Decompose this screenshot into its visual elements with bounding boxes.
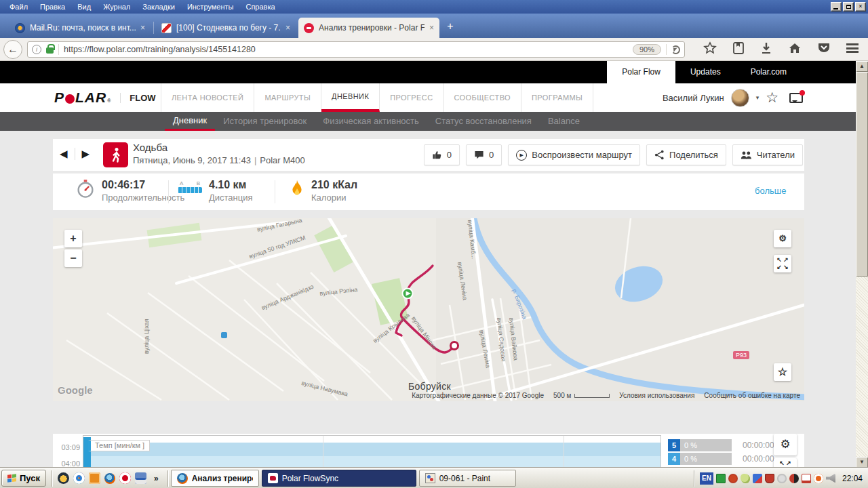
tray-antivirus-icon[interactable] bbox=[716, 474, 726, 483]
taskbar: Пуск » Анализ тренировки - ... Polar Flo… bbox=[0, 468, 868, 488]
nav-diary[interactable]: ДНЕВНИК bbox=[321, 83, 380, 112]
avatar[interactable] bbox=[731, 89, 749, 107]
map-settings-gear-icon[interactable]: ⚙ bbox=[774, 230, 791, 247]
tray-webcam-icon[interactable] bbox=[777, 474, 787, 483]
subnav-activity[interactable]: Физическая активность bbox=[315, 112, 427, 131]
opera-icon[interactable] bbox=[119, 472, 131, 484]
nav-programs[interactable]: ПРОГРАММЫ bbox=[521, 83, 593, 112]
close-tab-icon[interactable]: × bbox=[429, 23, 434, 33]
chevron-right-icon[interactable]: » bbox=[151, 474, 162, 483]
polarbar-polar-flow[interactable]: Polar Flow bbox=[607, 61, 675, 83]
map-zoom-out-icon[interactable]: − bbox=[64, 249, 82, 267]
tray-bug-icon[interactable] bbox=[728, 474, 738, 483]
comment-button[interactable]: 0 bbox=[466, 144, 502, 165]
menu-history[interactable]: Журнал bbox=[103, 3, 130, 11]
close-tab-icon[interactable]: × bbox=[285, 23, 290, 33]
nav-feed[interactable]: ЛЕНТА НОВОСТЕЙ bbox=[161, 83, 254, 112]
menu-view[interactable]: Вид bbox=[77, 3, 91, 11]
tray-volume-icon[interactable] bbox=[826, 474, 835, 483]
chevron-down-icon[interactable]: ▾ bbox=[756, 94, 760, 101]
scroll-up-icon[interactable]: ▲ bbox=[856, 61, 868, 72]
polarbar-updates[interactable]: Updates bbox=[675, 61, 736, 83]
divider bbox=[58, 44, 59, 55]
shield-icon[interactable] bbox=[89, 472, 100, 484]
subnav-recovery[interactable]: Статус восстановления bbox=[427, 112, 540, 131]
download-icon[interactable] bbox=[760, 41, 772, 55]
close-icon[interactable]: × bbox=[855, 2, 866, 12]
scrollbar[interactable]: ▲ ▼ bbox=[856, 61, 868, 468]
url-bar[interactable]: i https://flow.polar.com/training/analys… bbox=[27, 41, 685, 58]
pocket-icon[interactable] bbox=[817, 41, 831, 55]
language-indicator[interactable]: EN bbox=[700, 472, 713, 485]
save-icon[interactable] bbox=[135, 472, 146, 484]
map-favorite-star-icon[interactable]: ☆ bbox=[774, 363, 791, 381]
taskbar-button-firefox[interactable]: Анализ тренировки - ... bbox=[171, 470, 259, 487]
chart-plot-area[interactable]: Темп [мин/км ] bbox=[83, 435, 661, 468]
info-icon[interactable]: i bbox=[32, 45, 41, 54]
polarbar-polar-com[interactable]: Polar.com bbox=[736, 61, 802, 83]
minimize-icon[interactable] bbox=[831, 2, 842, 12]
url-text[interactable]: https://flow.polar.com/training/analysis… bbox=[64, 45, 628, 54]
chart-fullscreen-icon[interactable]: ↖↗↙↘ bbox=[774, 458, 797, 468]
tab-polar-active[interactable]: Анализ тренировки - Polar F... × bbox=[298, 18, 439, 38]
more-link[interactable]: больше bbox=[755, 186, 786, 196]
tray-leaf-icon[interactable] bbox=[741, 474, 750, 483]
replay-route-button[interactable]: ▶ Воспроизвести маршрут bbox=[508, 144, 640, 165]
new-tab-icon[interactable]: + bbox=[442, 20, 458, 33]
taskbar-button-paint[interactable]: 09-061 - Paint bbox=[419, 470, 516, 487]
tray-mail-icon[interactable] bbox=[802, 474, 811, 483]
chrome-icon[interactable] bbox=[73, 472, 85, 484]
nav-routes[interactable]: МАРШРУТЫ bbox=[254, 83, 321, 112]
menu-file[interactable]: Файл bbox=[9, 3, 28, 11]
map-zoom-in-icon[interactable]: + bbox=[64, 230, 82, 247]
tray-app-icon[interactable] bbox=[789, 474, 799, 483]
firefox-icon[interactable] bbox=[104, 473, 115, 484]
zoom-level-badge[interactable]: 90% bbox=[633, 44, 661, 55]
favorites-star-icon[interactable]: ☆ bbox=[766, 89, 778, 106]
start-button[interactable]: Пуск bbox=[1, 470, 46, 487]
lock-icon[interactable] bbox=[46, 47, 54, 54]
divider bbox=[275, 180, 275, 203]
share-button[interactable]: Поделиться bbox=[646, 144, 726, 165]
menu-icon[interactable] bbox=[846, 43, 859, 53]
notifications-icon[interactable] bbox=[789, 93, 803, 103]
tray-shield-icon[interactable] bbox=[765, 474, 774, 483]
separator: | bbox=[251, 155, 260, 165]
menu-help[interactable]: Справка bbox=[245, 3, 275, 11]
bookmarks-sidebar-icon[interactable] bbox=[732, 41, 745, 55]
home-icon[interactable] bbox=[788, 41, 802, 55]
route-map[interactable]: вуліца Гагарына вуліца 50 год УЛКСМ вулі… bbox=[53, 218, 804, 401]
report-error-link[interactable]: Сообщить об ошибке на карте bbox=[704, 392, 800, 399]
subnav-balance[interactable]: Balance bbox=[540, 112, 588, 131]
polar-logo[interactable]: P LAR ® FLOW bbox=[54, 89, 156, 106]
scroll-down-icon[interactable]: ▼ bbox=[856, 457, 868, 468]
subnav-history[interactable]: История тренировок bbox=[215, 112, 315, 131]
back-icon[interactable]: ← bbox=[3, 40, 22, 59]
tab-stodnevka[interactable]: [100] Стодневка по бегу - 7... × bbox=[156, 18, 296, 38]
followers-button[interactable]: Читатели bbox=[732, 144, 803, 165]
reload-icon[interactable] bbox=[671, 45, 680, 54]
menu-tools[interactable]: Инструменты bbox=[187, 3, 234, 11]
prev-session-icon[interactable]: ◀ bbox=[60, 148, 68, 160]
close-tab-icon[interactable]: × bbox=[140, 23, 145, 33]
menu-bookmarks[interactable]: Закладки bbox=[142, 3, 175, 11]
subnav-diary[interactable]: Дневник bbox=[165, 112, 215, 131]
distance-label: Дистанция bbox=[209, 192, 253, 203]
nav-progress[interactable]: ПРОГРЕСС bbox=[380, 83, 443, 112]
like-button[interactable]: 0 bbox=[424, 144, 460, 165]
bookmark-star-icon[interactable] bbox=[703, 41, 717, 55]
tab-mailru[interactable]: @ Mail.Ru: почта, поиск в инт... × bbox=[9, 18, 151, 38]
menu-edit[interactable]: Правка bbox=[40, 3, 65, 11]
next-session-icon[interactable]: ▶ bbox=[82, 148, 90, 160]
taskbar-button-flowsync[interactable]: Polar FlowSync bbox=[262, 470, 416, 487]
tray-network-icon[interactable] bbox=[753, 474, 762, 483]
user-name[interactable]: Василий Лукин bbox=[663, 93, 724, 103]
aimp-icon[interactable] bbox=[58, 472, 69, 484]
map-fullscreen-icon[interactable]: ↖↗↙↘ bbox=[774, 255, 791, 272]
nav-community[interactable]: СООБЩЕСТВО bbox=[444, 83, 522, 112]
tray-opera-icon[interactable] bbox=[814, 474, 823, 483]
terms-link[interactable]: Условия использования bbox=[619, 392, 694, 399]
chart-settings-gear-icon[interactable]: ⚙ bbox=[774, 434, 797, 455]
scrollbar-thumb[interactable] bbox=[856, 72, 868, 277]
restore-icon[interactable] bbox=[843, 2, 854, 12]
